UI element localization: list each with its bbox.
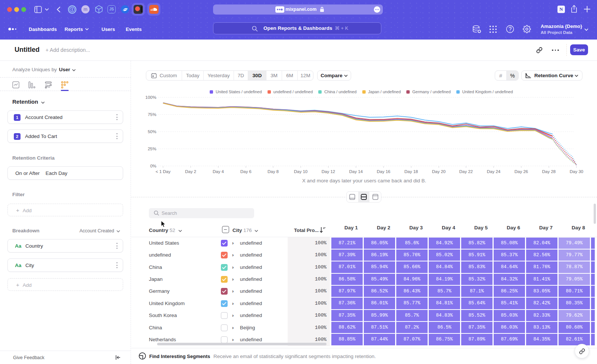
svg-text:< 1 Day: < 1 Day bbox=[156, 169, 171, 174]
svg-text:Day 28: Day 28 bbox=[542, 169, 556, 174]
svg-text:Day 16: Day 16 bbox=[377, 169, 390, 174]
svg-text:Day 14: Day 14 bbox=[349, 169, 363, 174]
svg-text:Day 8: Day 8 bbox=[268, 169, 279, 174]
svg-text:Day 2: Day 2 bbox=[185, 169, 196, 174]
svg-text:75%: 75% bbox=[148, 112, 156, 117]
svg-text:0%: 0% bbox=[150, 164, 156, 168]
svg-text:25%: 25% bbox=[148, 147, 156, 151]
svg-text:Day 4: Day 4 bbox=[213, 169, 224, 174]
svg-text:Day 12: Day 12 bbox=[322, 169, 335, 174]
svg-text:Day 22: Day 22 bbox=[459, 169, 473, 174]
svg-text:Day 26: Day 26 bbox=[515, 169, 528, 174]
svg-text:100%: 100% bbox=[146, 95, 156, 100]
svg-text:Day 30: Day 30 bbox=[570, 169, 583, 174]
svg-text:Day 18: Day 18 bbox=[404, 169, 418, 174]
svg-text:Day 20: Day 20 bbox=[432, 169, 446, 174]
svg-text:Day 6: Day 6 bbox=[240, 169, 251, 174]
svg-text:50%: 50% bbox=[148, 129, 156, 134]
svg-text:Day 24: Day 24 bbox=[487, 169, 501, 174]
svg-text:Day 10: Day 10 bbox=[294, 169, 307, 174]
